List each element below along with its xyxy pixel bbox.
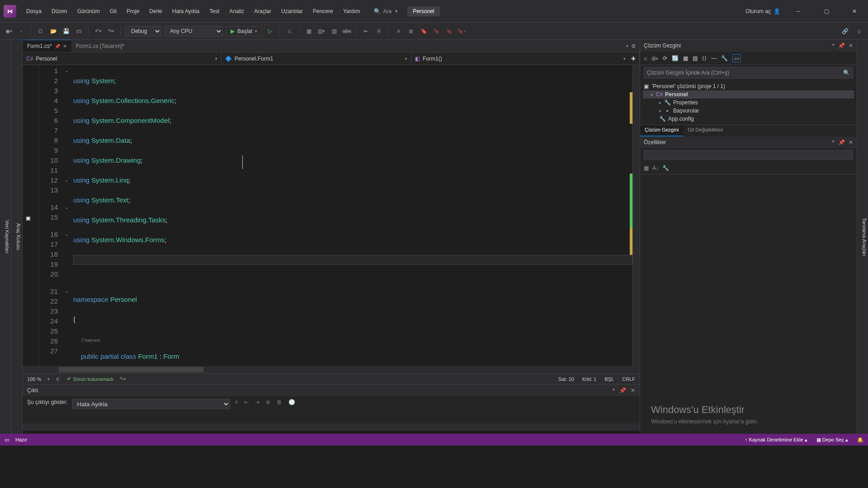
tb-icon[interactable]: 🗑 bbox=[277, 399, 282, 405]
tab-overflow-icon[interactable]: ▾ bbox=[626, 44, 628, 48]
alpha-sort-icon[interactable]: A↓ bbox=[652, 165, 659, 171]
scm-button[interactable]: ↑ Kaynak Denetimine Ekle ▴ bbox=[745, 437, 807, 443]
lightbulb-icon[interactable]: 🔲 bbox=[25, 216, 31, 221]
tb-icon[interactable]: ▭ bbox=[732, 54, 741, 62]
fold-column[interactable]: ⌄ ⌄⌄ ⌄ ⌄ bbox=[62, 65, 71, 366]
col-label[interactable]: Krkt: 1 bbox=[582, 376, 597, 382]
tb-icon[interactable]: ⇤ bbox=[361, 26, 371, 36]
tb-icon[interactable]: — bbox=[711, 55, 717, 61]
open-icon[interactable]: 📂 bbox=[48, 26, 58, 36]
menu-item[interactable]: Pencere bbox=[308, 5, 338, 17]
tb-icon[interactable]: ▨ bbox=[693, 55, 698, 61]
menu-item[interactable]: Test bbox=[205, 5, 224, 17]
chevron-down-icon[interactable]: ▾ bbox=[832, 42, 835, 49]
tb-icon[interactable]: ⎌ bbox=[284, 26, 294, 36]
split-icon[interactable]: ✚ bbox=[631, 56, 636, 62]
expand-icon[interactable]: ▸ bbox=[659, 100, 661, 105]
pin-icon[interactable]: 📌 bbox=[55, 44, 60, 49]
menu-item[interactable]: Hata Ayıkla bbox=[168, 5, 204, 17]
search-box[interactable]: 🔍 Ara ▼ bbox=[374, 8, 399, 14]
config-select[interactable]: Debug bbox=[125, 26, 161, 37]
maximize-button[interactable]: ▢ bbox=[816, 5, 836, 18]
nav-project-combo[interactable]: C# Personel ▾ bbox=[23, 52, 222, 65]
codelens-ref[interactable]: 3 başvuru bbox=[81, 337, 100, 343]
signin-button[interactable]: Oturum aç 👤 bbox=[745, 8, 780, 14]
wrench-icon[interactable]: 🔧 bbox=[721, 55, 728, 61]
tb-icon[interactable]: 🕓 bbox=[288, 399, 295, 405]
feedback-icon[interactable]: ☺ bbox=[854, 26, 864, 36]
bookmark-icon[interactable]: 🔖 bbox=[419, 26, 429, 36]
menu-item[interactable]: Uzantılar bbox=[277, 5, 307, 17]
tb-icon[interactable]: ⇥ bbox=[255, 399, 259, 405]
code-content[interactable]: using System; using System.Collections.G… bbox=[71, 65, 632, 366]
tb-icon[interactable]: ⟳ bbox=[663, 55, 667, 61]
side-tab-diagnostics[interactable]: Tanılama Araçları bbox=[857, 40, 868, 434]
output-source-select[interactable]: Hata Ayıkla bbox=[72, 399, 230, 409]
redo-icon[interactable]: ↷▾ bbox=[106, 26, 116, 36]
tb-icon[interactable]: ◎▾ bbox=[651, 55, 658, 61]
pin-icon[interactable]: 📌 bbox=[619, 387, 626, 394]
close-icon[interactable]: ✕ bbox=[849, 139, 853, 145]
expand-icon[interactable]: ▸ bbox=[651, 92, 653, 97]
close-icon[interactable]: ✕ bbox=[849, 42, 853, 49]
home-icon[interactable]: ⌂ bbox=[644, 55, 647, 61]
menu-item[interactable]: Dosya bbox=[22, 5, 46, 17]
save-all-icon[interactable]: 🗃 bbox=[74, 26, 84, 36]
code-editor[interactable]: 🔲 12345 678910 1112131415 16171819 20212… bbox=[23, 65, 640, 366]
side-tab-datasources[interactable]: Veri Kaynakları bbox=[0, 40, 11, 434]
nav-member-combo[interactable]: ◧ Form1() ▾ ✚ bbox=[411, 52, 640, 65]
foot-tab-git[interactable]: Git Değişiklikleri bbox=[683, 125, 727, 136]
chevron-down-icon[interactable]: ▾ bbox=[613, 387, 615, 394]
tb-icon[interactable]: ▤▾ bbox=[316, 26, 326, 36]
eol-label[interactable]: CRLF bbox=[622, 376, 635, 382]
issues-label[interactable]: Sorun bulunamadı bbox=[73, 376, 113, 382]
tb-icon[interactable]: ⎘ bbox=[374, 26, 384, 36]
ins-label[interactable]: BŞL bbox=[604, 376, 614, 382]
bell-icon[interactable]: 🔔 bbox=[857, 437, 863, 443]
tb-icon[interactable]: 🔖▾ bbox=[457, 26, 467, 36]
close-icon[interactable]: ✕ bbox=[631, 387, 635, 394]
live-share-icon[interactable]: 🔗 bbox=[840, 26, 850, 36]
tb-icon[interactable]: ▥ bbox=[329, 26, 339, 36]
vertical-scrollbar[interactable] bbox=[632, 65, 640, 366]
horizontal-scrollbar[interactable] bbox=[23, 366, 640, 373]
tb-icon[interactable]: ≡ bbox=[393, 26, 403, 36]
start-nodbg-icon[interactable]: ▷ bbox=[265, 26, 275, 36]
doc-tab-form1cs[interactable]: Form1.cs* 📌 ✕ bbox=[23, 40, 71, 52]
menu-item[interactable]: Analiz bbox=[225, 5, 249, 17]
tb-icon[interactable]: ≣ bbox=[266, 399, 270, 405]
pin-icon[interactable]: 📌 bbox=[838, 42, 845, 49]
tb-icon[interactable]: abc bbox=[342, 26, 352, 36]
nav-class-combo[interactable]: 🔷 Personel.Form1 ▾ bbox=[222, 52, 411, 65]
tb-icon[interactable]: ⇤ bbox=[244, 399, 249, 405]
close-icon[interactable]: ✕ bbox=[63, 43, 67, 49]
menu-item[interactable]: Görünüm bbox=[73, 5, 104, 17]
pin-icon[interactable]: 📌 bbox=[838, 139, 845, 145]
menu-item[interactable]: Git bbox=[105, 5, 121, 17]
nav-back-icon[interactable]: ◉▾ bbox=[4, 26, 14, 36]
gear-icon[interactable]: ⚙ bbox=[631, 43, 636, 49]
line-label[interactable]: Sat: 10 bbox=[558, 376, 574, 382]
tb-icon[interactable]: ≡ bbox=[235, 399, 238, 405]
new-project-icon[interactable]: 🗋 bbox=[36, 26, 46, 36]
doc-tab-form1-designer[interactable]: Form1.cs [Tasarım]* bbox=[71, 40, 129, 52]
save-icon[interactable]: 💾 bbox=[61, 26, 71, 36]
minimize-button[interactable]: ─ bbox=[788, 5, 808, 18]
side-tab-toolbox[interactable]: Araç Kutusu bbox=[11, 40, 23, 434]
menu-item[interactable]: Araçlar bbox=[250, 5, 276, 17]
tb-icon[interactable]: ▦ bbox=[304, 26, 314, 36]
solution-search[interactable]: Çözüm Gezgini İçinde Ara (Ctrl+ş) 🔍 bbox=[644, 67, 853, 79]
nav-fwd-icon[interactable]: ◦ bbox=[16, 26, 26, 36]
close-button[interactable]: ✕ bbox=[844, 5, 864, 18]
tb-icon[interactable]: 🔖 bbox=[444, 26, 454, 36]
platform-select[interactable]: Any CPU bbox=[164, 26, 223, 37]
tb-icon[interactable]: 🔖 bbox=[431, 26, 441, 36]
menu-item[interactable]: Düzen bbox=[47, 5, 72, 17]
tb-icon[interactable]: ▦ bbox=[683, 55, 688, 61]
repo-button[interactable]: ▦ Depo Seç ▴ bbox=[816, 437, 848, 443]
props-object-combo[interactable] bbox=[644, 150, 853, 160]
tb-icon[interactable]: ≣ bbox=[406, 26, 416, 36]
chevron-down-icon[interactable]: ▾ bbox=[832, 139, 835, 145]
menu-item[interactable]: Proje bbox=[122, 5, 144, 17]
zoom-label[interactable]: 100 % bbox=[27, 376, 41, 382]
